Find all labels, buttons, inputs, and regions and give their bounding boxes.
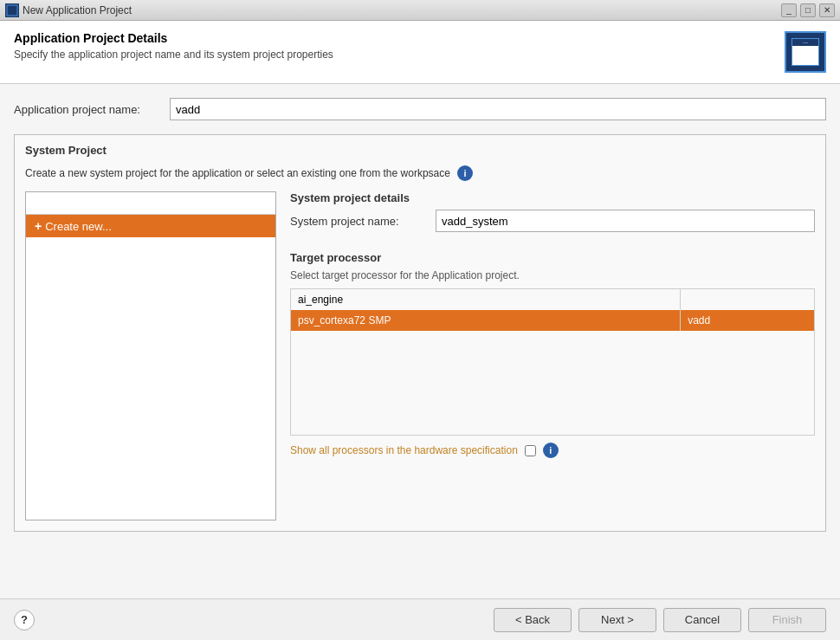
- help-button[interactable]: ?: [14, 610, 35, 630]
- header-icon-inner: ···: [792, 38, 819, 66]
- details-section-title: System project details: [290, 191, 815, 204]
- back-button[interactable]: < Back: [494, 608, 572, 632]
- finish-button[interactable]: Finish: [748, 608, 826, 632]
- system-details-panel: System project details System project na…: [290, 191, 815, 520]
- system-project-title: System Project: [25, 144, 815, 157]
- close-button[interactable]: ✕: [819, 3, 835, 17]
- show-all-label: Show all processors in the hardware spec…: [290, 444, 518, 456]
- title-bar-left: New Application Project: [5, 3, 132, 17]
- table-row-empty: [291, 348, 814, 365]
- system-project-name-row: System project name:: [290, 210, 815, 232]
- header-section: Application Project Details Specify the …: [0, 21, 840, 84]
- table-row-empty: [291, 365, 814, 383]
- next-button[interactable]: Next >: [578, 608, 656, 632]
- system-project-name-label: System project name:: [290, 215, 429, 228]
- target-processor-desc: Select target processor for the Applicat…: [290, 269, 815, 281]
- show-all-row: Show all processors in the hardware spec…: [290, 443, 815, 458]
- title-bar: New Application Project _ □ ✕: [0, 0, 840, 21]
- app-icon: [5, 3, 19, 17]
- system-project-name-input[interactable]: [436, 210, 815, 232]
- window-title: New Application Project: [23, 4, 132, 16]
- target-processor-title: Target processor: [290, 251, 815, 264]
- main-content: Application Project Details Specify the …: [0, 21, 840, 640]
- group-description: Create a new system project for the appl…: [25, 165, 815, 181]
- form-area: Application project name: System Project…: [0, 84, 840, 598]
- app-project-name-row: Application project name:: [14, 98, 826, 120]
- processor-name-cell: psv_cortexa72 SMP: [291, 310, 681, 331]
- details-header: System project details System project na…: [290, 191, 815, 241]
- create-new-item[interactable]: + Create new...: [26, 215, 275, 237]
- footer: ? < Back Next > Cancel Finish: [0, 598, 840, 640]
- minimize-button[interactable]: _: [781, 3, 797, 17]
- window-controls: _ □ ✕: [781, 3, 835, 17]
- table-row-empty: [291, 417, 814, 435]
- system-project-layout: + Create new... System project details S…: [25, 191, 815, 520]
- page-subtitle: Specify the application project name and…: [14, 48, 333, 61]
- processor-app-cell: [681, 289, 814, 310]
- icon-dots: ···: [803, 39, 809, 47]
- create-new-label: Create new...: [45, 220, 112, 233]
- processor-table-container: ai_engine psv_cortexa72 SMP vadd: [290, 288, 815, 436]
- description-info-icon[interactable]: i: [457, 165, 473, 181]
- processor-app-cell: vadd: [681, 310, 814, 331]
- show-all-info-icon[interactable]: i: [543, 443, 559, 458]
- target-processor-section: Target processor Select target processor…: [290, 251, 815, 458]
- project-search-input[interactable]: [26, 192, 275, 215]
- app-project-name-input[interactable]: [170, 98, 826, 120]
- table-row[interactable]: psv_cortexa72 SMP vadd: [291, 310, 814, 331]
- show-all-checkbox[interactable]: [525, 445, 536, 456]
- project-list-panel: + Create new...: [25, 191, 276, 520]
- table-row-empty: [291, 331, 814, 348]
- processor-name-cell: ai_engine: [291, 289, 681, 310]
- footer-right: < Back Next > Cancel Finish: [494, 608, 826, 632]
- table-row[interactable]: ai_engine: [291, 289, 814, 310]
- plus-icon: +: [35, 219, 42, 233]
- header-icon: ···: [785, 31, 826, 73]
- processor-table: ai_engine psv_cortexa72 SMP vadd: [291, 289, 814, 435]
- header-text: Application Project Details Specify the …: [14, 31, 333, 61]
- table-row-empty: [291, 400, 814, 417]
- maximize-button[interactable]: □: [800, 3, 816, 17]
- system-project-group: System Project Create a new system proje…: [14, 134, 826, 532]
- footer-left: ?: [14, 610, 35, 630]
- group-description-text: Create a new system project for the appl…: [25, 167, 450, 179]
- app-project-name-label: Application project name:: [14, 103, 170, 116]
- table-row-empty: [291, 383, 814, 400]
- cancel-button[interactable]: Cancel: [663, 608, 741, 632]
- page-title: Application Project Details: [14, 31, 333, 45]
